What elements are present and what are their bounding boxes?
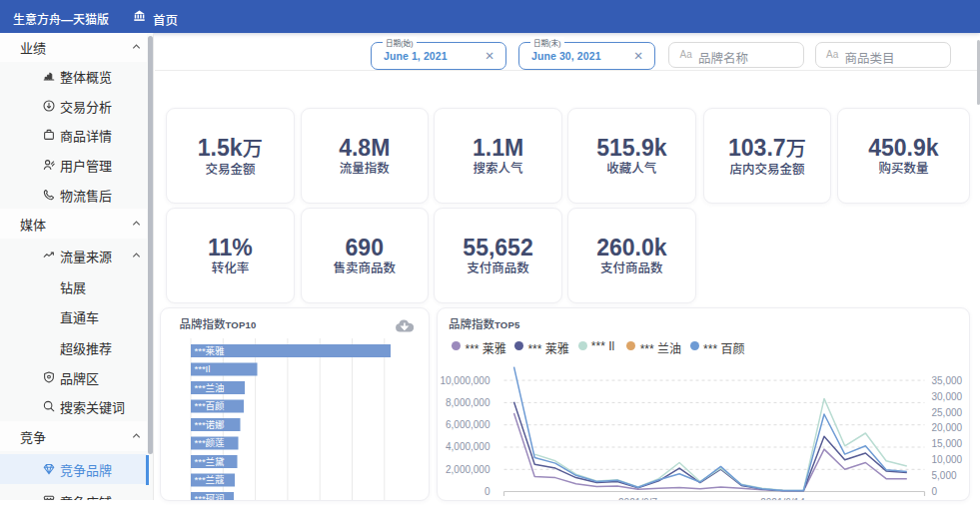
svg-text:2,000,000: 2,000,000 (446, 464, 490, 475)
svg-text:0: 0 (931, 486, 937, 497)
svg-text:10,000,000: 10,000,000 (440, 375, 490, 386)
svg-text:***颜莲: ***颜莲 (195, 437, 226, 448)
svg-text:***珂润: ***珂润 (195, 493, 225, 501)
svg-text:***兰蔻: ***兰蔻 (195, 474, 226, 485)
svg-text:***Il: ***Il (195, 363, 211, 374)
svg-text:2021/6/7: 2021/6/7 (618, 497, 657, 501)
svg-text:***诺娜: ***诺娜 (195, 419, 226, 430)
svg-text:5,000: 5,000 (931, 470, 956, 481)
svg-text:***兰油: ***兰油 (195, 382, 225, 393)
svg-text:***莱雅: ***莱雅 (195, 345, 226, 356)
svg-text:15,000: 15,000 (931, 438, 962, 449)
svg-text:6,000,000: 6,000,000 (446, 419, 490, 430)
svg-text:8,000,000: 8,000,000 (446, 397, 490, 408)
svg-text:25,000: 25,000 (931, 407, 962, 418)
svg-text:0: 0 (484, 486, 490, 497)
svg-text:35,000: 35,000 (931, 375, 962, 386)
svg-text:4,000,000: 4,000,000 (446, 441, 490, 452)
svg-text:10,000: 10,000 (931, 454, 962, 465)
svg-text:30,000: 30,000 (931, 391, 962, 402)
svg-text:***百颜: ***百颜 (195, 400, 226, 411)
svg-text:***兰黛: ***兰黛 (195, 456, 226, 467)
svg-text:2021/6/14: 2021/6/14 (760, 497, 805, 501)
svg-text:20,000: 20,000 (931, 422, 962, 433)
